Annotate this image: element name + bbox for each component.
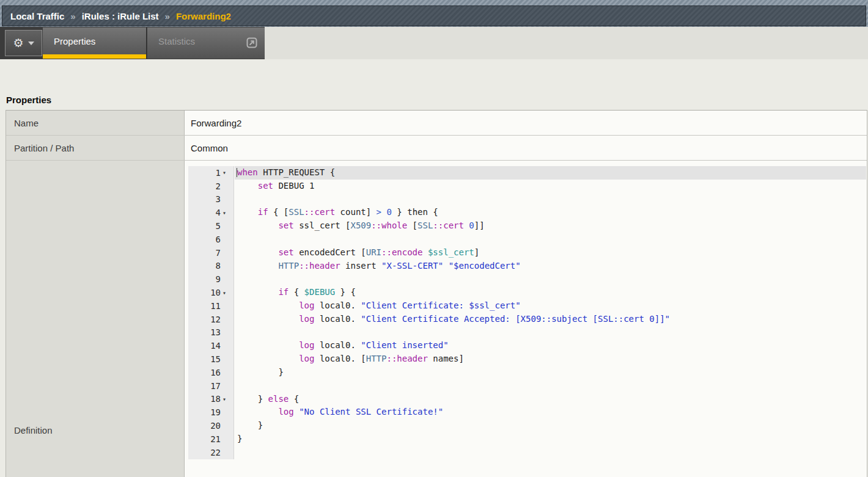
breadcrumb: Local Traffic » iRules : iRule List » Fo… [2, 5, 866, 26]
tab-statistics-label: Statistics [158, 36, 195, 46]
code-line-15[interactable]: log local0. [HTTP::header names] [235, 352, 866, 366]
breadcrumb-separator-icon: » [165, 11, 170, 21]
gutter-line-9: 9 [188, 272, 234, 286]
code-line-5[interactable]: set ssl_cert [X509::whole [SSL::cert 0]] [235, 219, 866, 233]
gutter-line-12: 12 [188, 313, 234, 326]
code-line-11[interactable]: log local0. "Client Certificate: $ssl_ce… [235, 299, 866, 313]
code-line-22[interactable] [235, 446, 866, 459]
options-menu-button[interactable]: ⚙ [5, 30, 42, 56]
tab-properties[interactable]: Properties [43, 27, 147, 59]
definition-label: Definition [6, 161, 185, 477]
gutter-line-10[interactable]: 10▾ [188, 286, 234, 299]
code-line-19[interactable]: log "No Client SSL Certificate!" [235, 406, 866, 419]
tab-statistics[interactable]: Statistics [147, 27, 265, 59]
gutter-line-22: 22 [188, 446, 234, 459]
gutter-line-11: 11 [188, 299, 234, 313]
code-line-6[interactable] [235, 233, 866, 246]
gutter-line-8: 8 [188, 260, 234, 273]
tab-bar: ⚙ Properties Statistics [0, 27, 265, 59]
gutter-line-16: 16 [188, 366, 234, 379]
breadcrumb-section[interactable]: Local Traffic [10, 11, 64, 21]
active-tab-indicator [43, 54, 146, 59]
name-value[interactable]: Forwarding2 [185, 111, 867, 135]
code-line-20[interactable]: } [235, 419, 866, 432]
gutter-line-18[interactable]: 18▾ [188, 393, 234, 406]
partition-path-label: Partition / Path [6, 136, 185, 160]
gutter-line-14: 14 [188, 339, 234, 352]
code-line-13[interactable] [235, 326, 866, 340]
gutter-line-1[interactable]: 1▾ [188, 166, 234, 180]
definition-value-cell: 1▾234▾5678910▾1112131415161718▾19202122 … [185, 161, 867, 477]
tabbar-right-filler [265, 27, 868, 59]
code-line-16[interactable]: } [235, 366, 866, 379]
gutter-line-15: 15 [188, 352, 234, 366]
breadcrumb-separator-icon: » [70, 11, 75, 21]
properties-table: Name Forwarding2 Partition / Path Common… [6, 110, 867, 477]
code-line-9[interactable] [235, 272, 866, 286]
partition-path-value: Common [185, 136, 867, 160]
table-row-definition: Definition 1▾234▾5678910▾111213141516171… [6, 161, 867, 477]
gutter-line-17: 17 [188, 379, 234, 393]
code-line-14[interactable]: log local0. "Client inserted" [235, 339, 866, 352]
breadcrumb-subsection[interactable]: iRules : iRule List [82, 11, 159, 21]
code-line-12[interactable]: log local0. "Client Certificate Accepted… [235, 313, 866, 326]
gutter-line-7: 7 [188, 246, 234, 260]
gutter-line-20: 20 [188, 419, 234, 432]
code-line-17[interactable] [235, 379, 866, 393]
gutter-line-4[interactable]: 4▾ [188, 206, 234, 219]
code-line-21[interactable]: } [235, 432, 866, 446]
editor-gutter: 1▾234▾5678910▾1112131415161718▾19202122 [188, 166, 234, 459]
chevron-down-icon [28, 42, 34, 45]
tab-properties-label: Properties [54, 36, 95, 46]
page-title: Properties [6, 95, 51, 105]
gutter-line-2: 2 [188, 180, 234, 193]
external-link-icon [246, 37, 257, 48]
code-line-1[interactable]: when HTTP_REQUEST { [235, 166, 866, 180]
fold-toggle-icon[interactable]: ▾ [221, 169, 234, 176]
code-line-18[interactable]: } else { [235, 393, 866, 406]
gutter-line-3: 3 [188, 193, 234, 206]
editor-code-area[interactable]: when HTTP_REQUEST { set DEBUG 1 if { [SS… [235, 166, 866, 459]
gutter-line-5: 5 [188, 219, 234, 233]
code-line-4[interactable]: if { [SSL::cert count] > 0 } then { [235, 206, 866, 219]
gutter-line-6: 6 [188, 233, 234, 246]
gear-icon: ⚙ [13, 37, 23, 49]
code-line-2[interactable]: set DEBUG 1 [235, 180, 866, 193]
name-label: Name [6, 111, 185, 135]
code-line-8[interactable]: HTTP::header insert "X-SSL-CERT" "$encod… [235, 260, 866, 273]
fold-toggle-icon[interactable]: ▾ [221, 396, 234, 402]
fold-toggle-icon[interactable]: ▾ [221, 289, 234, 296]
code-line-3[interactable] [235, 193, 866, 206]
gutter-line-13: 13 [188, 326, 234, 340]
breadcrumb-current: Forwarding2 [176, 11, 231, 21]
table-row-name: Name Forwarding2 [6, 111, 867, 136]
gutter-line-21: 21 [188, 432, 234, 446]
code-line-7[interactable]: set encodedCert [URI::encode $ssl_cert] [235, 246, 866, 260]
fold-toggle-icon[interactable]: ▾ [221, 209, 234, 216]
code-line-10[interactable]: if { $DEBUG } { [235, 286, 866, 299]
gutter-line-19: 19 [188, 406, 234, 419]
table-row-partition-path: Partition / Path Common [6, 136, 867, 161]
